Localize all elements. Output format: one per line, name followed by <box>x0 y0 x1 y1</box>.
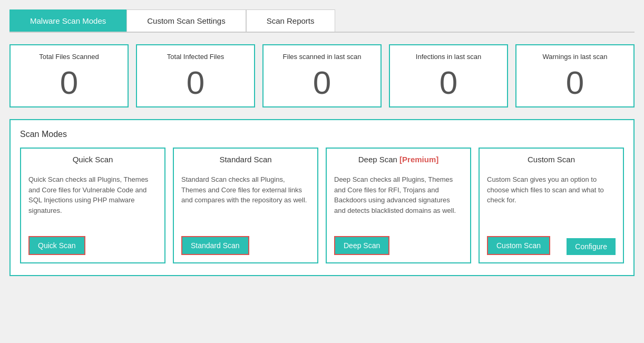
scan-mode-footer-custom-scan: Custom Scan Configure <box>480 231 623 262</box>
scan-modes-section: Scan Modes Quick Scan Quick Scan checks … <box>9 119 635 276</box>
configure-button[interactable]: Configure <box>567 238 616 255</box>
stat-value-infections-last-scan: 0 <box>440 66 457 99</box>
scan-mode-card-deep-scan: Deep Scan [Premium] Deep Scan checks all… <box>326 148 471 263</box>
stat-value-total-files-scanned: 0 <box>60 66 78 99</box>
scan-mode-footer-quick-scan: Quick Scan <box>21 231 164 262</box>
scan-mode-body-standard-scan: Standard Scan checks all Plugins, Themes… <box>174 169 317 231</box>
page-wrapper: Malware Scan Modes Custom Scan Settings … <box>0 0 644 343</box>
scan-mode-header-quick-scan: Quick Scan <box>21 149 164 169</box>
stat-label-total-infected-files: Total Infected Files <box>167 53 224 61</box>
stat-card-infections-last-scan: Infections in last scan 0 <box>389 44 508 107</box>
stat-label-warnings-last-scan: Warnings in last scan <box>542 53 607 61</box>
stat-label-infections-last-scan: Infections in last scan <box>416 53 481 61</box>
scan-mode-header-deep-scan: Deep Scan [Premium] <box>327 149 470 169</box>
scan-mode-card-quick-scan: Quick Scan Quick Scan checks all Plugins… <box>20 148 165 263</box>
scan-mode-card-standard-scan: Standard Scan Standard Scan checks all P… <box>173 148 318 263</box>
stat-value-total-infected-files: 0 <box>187 66 204 99</box>
scan-mode-body-custom-scan: Custom Scan gives you an option to choos… <box>480 169 623 231</box>
stat-value-files-scanned-last-scan: 0 <box>313 66 331 99</box>
stat-card-files-scanned-last-scan: Files scanned in last scan 0 <box>262 44 382 107</box>
scan-mode-header-standard-scan: Standard Scan <box>174 149 317 169</box>
stat-value-warnings-last-scan: 0 <box>566 66 584 99</box>
deep-scan-button[interactable]: Deep Scan <box>334 236 389 255</box>
scan-mode-body-deep-scan: Deep Scan checks all Plugins, Themes and… <box>327 169 470 231</box>
quick-scan-button[interactable]: Quick Scan <box>28 236 85 255</box>
scan-modes-grid: Quick Scan Quick Scan checks all Plugins… <box>20 148 624 263</box>
stat-card-total-files-scanned: Total Files Scanned 0 <box>9 44 129 107</box>
scan-mode-footer-deep-scan: Deep Scan <box>327 231 470 262</box>
tabs-bar: Malware Scan Modes Custom Scan Settings … <box>9 9 635 33</box>
scan-mode-card-custom-scan: Custom Scan Custom Scan gives you an opt… <box>479 148 624 263</box>
tab-malware-scan-modes[interactable]: Malware Scan Modes <box>9 9 126 32</box>
stat-card-warnings-last-scan: Warnings in last scan 0 <box>515 44 635 107</box>
tab-custom-scan-settings[interactable]: Custom Scan Settings <box>126 9 246 32</box>
stat-label-files-scanned-last-scan: Files scanned in last scan <box>283 53 362 61</box>
tab-scan-reports[interactable]: Scan Reports <box>246 9 335 32</box>
scan-mode-header-custom-scan: Custom Scan <box>480 149 623 169</box>
custom-scan-button[interactable]: Custom Scan <box>487 236 550 255</box>
scan-modes-title: Scan Modes <box>20 130 624 139</box>
stats-row: Total Files Scanned 0 Total Infected Fil… <box>9 44 635 107</box>
scan-mode-body-quick-scan: Quick Scan checks all Plugins, Themes an… <box>21 169 164 231</box>
stat-label-total-files-scanned: Total Files Scanned <box>39 53 99 61</box>
scan-mode-footer-standard-scan: Standard Scan <box>174 231 317 262</box>
stat-card-total-infected-files: Total Infected Files 0 <box>136 44 255 107</box>
standard-scan-button[interactable]: Standard Scan <box>181 236 249 255</box>
premium-label-deep-scan: [Premium] <box>399 155 438 164</box>
